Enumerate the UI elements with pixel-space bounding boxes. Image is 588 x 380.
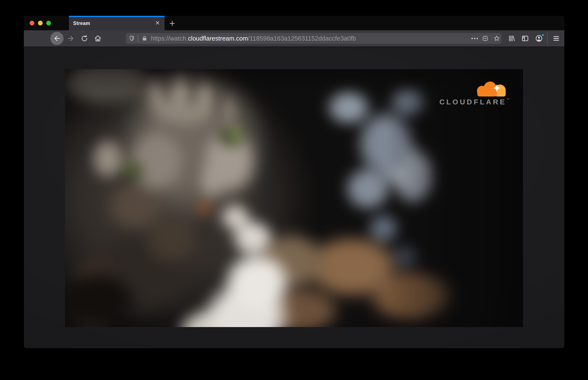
sidebar-toggle-button[interactable] [521, 34, 529, 42]
tab-title: Stream [73, 20, 90, 26]
back-arrow-icon [53, 35, 61, 42]
navigation-toolbar: https://watch.cloudflarestream.com/11859… [24, 30, 564, 47]
cloudflare-brand-text: CLOUDFLARE [439, 98, 506, 105]
url-path: /118598a163a125631152ddaccfe3a0fb [248, 35, 356, 42]
tab-stream[interactable]: Stream ✕ [69, 16, 165, 30]
hamburger-menu-icon [552, 34, 560, 42]
new-tab-button[interactable]: + [167, 18, 177, 29]
video-vignette [65, 69, 523, 327]
forward-arrow-icon [67, 35, 75, 42]
tracking-protection-shield-icon[interactable] [127, 34, 136, 43]
pocket-save-icon[interactable] [481, 34, 489, 43]
window-minimize-button[interactable] [38, 21, 43, 25]
url-scheme-subdomain: https://watch. [151, 35, 188, 42]
back-button[interactable] [50, 32, 64, 45]
url-domain: cloudflarestream.com [188, 35, 248, 42]
lock-icon [140, 34, 149, 43]
home-icon [94, 34, 102, 42]
window-close-button[interactable] [30, 21, 34, 25]
cloudflare-brand-row: CLOUDFLARE ™ [439, 98, 510, 105]
desktop-background: Stream ✕ + [0, 0, 588, 380]
home-button[interactable] [94, 34, 102, 42]
menu-button[interactable] [552, 34, 560, 42]
library-button[interactable] [508, 34, 516, 42]
reload-button[interactable] [81, 35, 88, 42]
page-content: CLOUDFLARE ™ [24, 47, 564, 348]
page-actions-icon[interactable]: ••• [470, 36, 480, 41]
cloudflare-watermark: CLOUDFLARE ™ [439, 81, 510, 105]
trademark-symbol: ™ [507, 98, 509, 101]
window-zoom-button[interactable] [46, 21, 51, 25]
url-bar[interactable]: https://watch.cloudflarestream.com/11859… [126, 33, 502, 44]
titlebar-tabstrip: Stream ✕ + [24, 16, 564, 30]
bookmark-star-icon[interactable] [492, 34, 501, 43]
tab-close-icon[interactable]: ✕ [154, 20, 161, 26]
sidebar-icon [521, 34, 529, 42]
forward-button[interactable] [67, 35, 75, 42]
browser-window: Stream ✕ + [24, 16, 564, 348]
url-text[interactable]: https://watch.cloudflarestream.com/11859… [151, 35, 356, 42]
cloudflare-cloud-logo-icon [475, 81, 508, 96]
account-button[interactable] [535, 34, 543, 42]
reload-icon [81, 35, 88, 42]
library-icon [508, 34, 516, 42]
account-notification-badge [541, 34, 545, 37]
toolbar-divider [547, 33, 548, 45]
active-tab-indicator [69, 16, 165, 17]
urlbar-divider [138, 36, 138, 41]
video-player[interactable]: CLOUDFLARE ™ [65, 69, 523, 327]
